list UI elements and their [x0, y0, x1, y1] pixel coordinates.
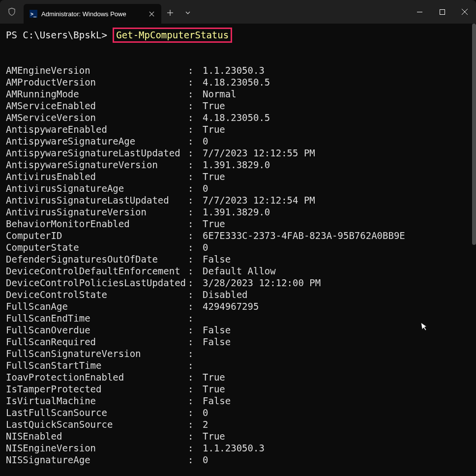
property-value: 4294967295	[203, 300, 259, 312]
property-key: AMServiceVersion	[6, 112, 188, 123]
close-window-button[interactable]	[453, 2, 476, 22]
prompt-text: PS C:\Users\BpskL>	[6, 30, 107, 40]
property-row: DeviceControlState: Disabled	[6, 289, 470, 300]
property-separator: :	[188, 300, 203, 312]
property-value: 2	[203, 418, 208, 430]
property-row: DeviceControlPoliciesLastUpdated: 3/28/2…	[6, 277, 470, 289]
powershell-icon: >_	[30, 10, 37, 18]
property-value: False	[203, 395, 231, 407]
property-separator: :	[188, 312, 203, 324]
property-value: 7/7/2023 12:12:54 PM	[203, 194, 315, 206]
property-value: 1.1.23050.3	[203, 442, 265, 454]
property-row: NISEngineVersion: 1.1.23050.3	[6, 442, 470, 454]
property-key: AntispywareSignatureLastUpdated	[6, 147, 188, 159]
terminal-content[interactable]: PS C:\Users\BpskL> Get-MpComputerStatus …	[0, 24, 476, 476]
property-separator: :	[188, 359, 203, 371]
property-key: FullScanAge	[6, 300, 188, 312]
property-value: 4.18.23050.5	[203, 112, 270, 123]
property-key: IsVirtualMachine	[6, 395, 188, 407]
property-separator: :	[188, 395, 203, 407]
property-row: FullScanSignatureVersion:	[6, 348, 470, 359]
property-value: True	[203, 123, 225, 135]
property-row: FullScanAge: 4294967295	[6, 300, 470, 312]
property-key: LastQuickScanSource	[6, 418, 188, 430]
property-row: AntivirusSignatureLastUpdated: 7/7/2023 …	[6, 194, 470, 206]
property-row: IsTamperProtected: True	[6, 383, 470, 395]
close-tab-button[interactable]	[147, 9, 156, 19]
property-key: AntivirusSignatureVersion	[6, 206, 188, 218]
tab-dropdown-button[interactable]	[179, 3, 197, 23]
property-value: 0	[203, 135, 208, 147]
property-value: 0	[203, 454, 208, 466]
prompt-line: PS C:\Users\BpskL> Get-MpComputerStatus	[6, 28, 470, 43]
property-key: DeviceControlDefaultEnforcement	[6, 265, 188, 277]
property-row: FullScanEndTime:	[6, 312, 470, 324]
property-key: NISEngineVersion	[6, 442, 188, 454]
property-value: 1.1.23050.3	[203, 64, 265, 76]
property-value: True	[203, 430, 225, 442]
property-row: IsVirtualMachine: False	[6, 395, 470, 407]
property-row: AMProductVersion: 4.18.23050.5	[6, 76, 470, 88]
property-key: AntispywareSignatureAge	[6, 135, 188, 147]
property-row: DeviceControlDefaultEnforcement: Default…	[6, 265, 470, 277]
property-value: 0	[203, 241, 208, 253]
titlebar-drag-region[interactable]	[197, 0, 408, 24]
property-row: AntispywareSignatureAge: 0	[6, 135, 470, 147]
property-value: False	[203, 253, 231, 265]
property-separator: :	[188, 454, 203, 466]
property-key: AMServiceEnabled	[6, 100, 188, 112]
property-key: AntispywareEnabled	[6, 123, 188, 135]
property-row: DefenderSignaturesOutOfDate: False	[6, 253, 470, 265]
minimize-button[interactable]	[408, 2, 431, 22]
scrollbar-thumb[interactable]	[472, 24, 476, 245]
property-row: ComputerID: 6E7E333C-2373-4FAB-823A-95B7…	[6, 230, 470, 241]
property-row: AMEngineVersion: 1.1.23050.3	[6, 64, 470, 76]
new-tab-button[interactable]	[161, 3, 179, 23]
property-key: NISEnabled	[6, 430, 188, 442]
maximize-button[interactable]	[431, 2, 453, 22]
property-value: Normal	[203, 88, 237, 100]
property-key: AntivirusSignatureAge	[6, 182, 188, 194]
command-highlight: Get-MpComputerStatus	[113, 28, 232, 43]
window-controls	[408, 0, 476, 24]
property-row: AntispywareEnabled: True	[6, 123, 470, 135]
property-value: 4.18.23050.5	[203, 76, 270, 88]
property-key: NISSignatureAge	[6, 454, 188, 466]
property-separator: :	[188, 88, 203, 100]
property-row: LastQuickScanSource: 2	[6, 418, 470, 430]
property-separator: :	[188, 171, 203, 182]
property-key: IsTamperProtected	[6, 383, 188, 395]
property-separator: :	[188, 336, 203, 348]
property-row: FullScanOverdue: False	[6, 324, 470, 336]
property-value: Disabled	[203, 289, 248, 300]
property-key: AntispywareSignatureVersion	[6, 159, 188, 171]
property-key: ComputerState	[6, 241, 188, 253]
property-separator: :	[188, 100, 203, 112]
property-value: True	[203, 171, 225, 182]
output-table: AMEngineVersion: 1.1.23050.3AMProductVer…	[6, 64, 470, 466]
property-separator: :	[188, 112, 203, 123]
property-key: AMProductVersion	[6, 76, 188, 88]
property-key: FullScanRequired	[6, 336, 188, 348]
property-key: AntivirusEnabled	[6, 171, 188, 182]
property-value: False	[203, 336, 231, 348]
property-value: 0	[203, 182, 208, 194]
property-row: AMServiceEnabled: True	[6, 100, 470, 112]
property-separator: :	[188, 230, 203, 241]
property-row: AntivirusSignatureAge: 0	[6, 182, 470, 194]
property-separator: :	[188, 442, 203, 454]
property-separator: :	[188, 371, 203, 383]
property-key: ComputerID	[6, 230, 188, 241]
property-separator: :	[188, 76, 203, 88]
property-value: True	[203, 383, 225, 395]
property-value: 1.391.3829.0	[203, 159, 270, 171]
property-value: True	[203, 371, 225, 383]
terminal-tab[interactable]: >_ Administrator: Windows Powe	[24, 4, 161, 24]
property-row: AntispywareSignatureVersion: 1.391.3829.…	[6, 159, 470, 171]
property-key: FullScanStartTime	[6, 359, 188, 371]
shield-icon	[0, 0, 24, 24]
property-row: NISEnabled: True	[6, 430, 470, 442]
property-row: FullScanStartTime:	[6, 359, 470, 371]
property-key: LastFullScanSource	[6, 407, 188, 418]
property-separator: :	[188, 253, 203, 265]
